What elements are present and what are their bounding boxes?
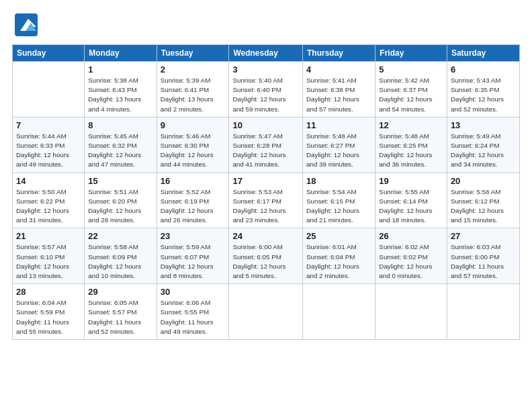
cell-info: Sunrise: 5:59 AM Sunset: 6:07 PM Dayligh…: [161, 242, 226, 281]
weekday-header-thursday: Thursday: [303, 45, 375, 62]
cell-info: Sunrise: 6:03 AM Sunset: 6:00 PM Dayligh…: [451, 242, 516, 281]
cell-info: Sunrise: 5:42 AM Sunset: 6:37 PM Dayligh…: [379, 76, 443, 114]
day-number: 9: [161, 120, 226, 130]
calendar-cell: 14Sunrise: 5:50 AM Sunset: 6:22 PM Dayli…: [13, 173, 85, 228]
cell-info: Sunrise: 5:39 AM Sunset: 6:41 PM Dayligh…: [161, 76, 226, 114]
day-number: 14: [16, 176, 81, 186]
cell-info: Sunrise: 5:55 AM Sunset: 6:14 PM Dayligh…: [379, 187, 443, 226]
calendar-row-0: 1Sunrise: 5:38 AM Sunset: 6:43 PM Daylig…: [13, 62, 520, 118]
calendar-cell: 8Sunrise: 5:45 AM Sunset: 6:32 PM Daylig…: [85, 117, 157, 173]
calendar-cell: 26Sunrise: 6:02 AM Sunset: 6:02 PM Dayli…: [375, 228, 447, 284]
calendar-cell: 18Sunrise: 5:54 AM Sunset: 6:15 PM Dayli…: [303, 173, 375, 228]
cell-info: Sunrise: 5:52 AM Sunset: 6:19 PM Dayligh…: [161, 187, 226, 226]
day-number: 28: [16, 287, 81, 297]
calendar-cell: 22Sunrise: 5:58 AM Sunset: 6:09 PM Dayli…: [85, 228, 157, 284]
calendar-cell: [229, 284, 303, 340]
weekday-header-tuesday: Tuesday: [157, 45, 229, 62]
calendar-cell: 5Sunrise: 5:42 AM Sunset: 6:37 PM Daylig…: [375, 62, 447, 118]
cell-info: Sunrise: 5:48 AM Sunset: 6:27 PM Dayligh…: [306, 132, 371, 170]
calendar-cell: 1Sunrise: 5:38 AM Sunset: 6:43 PM Daylig…: [85, 62, 157, 118]
day-number: 8: [88, 120, 152, 130]
calendar-cell: 4Sunrise: 5:41 AM Sunset: 6:38 PM Daylig…: [303, 62, 375, 118]
day-number: 12: [379, 120, 443, 130]
calendar-cell: 16Sunrise: 5:52 AM Sunset: 6:19 PM Dayli…: [157, 173, 229, 228]
day-number: 10: [232, 120, 299, 130]
cell-info: Sunrise: 6:01 AM Sunset: 6:04 PM Dayligh…: [306, 242, 371, 281]
day-number: 11: [306, 120, 371, 130]
cell-info: Sunrise: 5:53 AM Sunset: 6:17 PM Dayligh…: [232, 187, 299, 226]
cell-info: Sunrise: 6:00 AM Sunset: 6:05 PM Dayligh…: [232, 242, 299, 281]
calendar-cell: 23Sunrise: 5:59 AM Sunset: 6:07 PM Dayli…: [157, 228, 229, 284]
day-number: 17: [232, 176, 299, 186]
calendar-cell: 19Sunrise: 5:55 AM Sunset: 6:14 PM Dayli…: [375, 173, 447, 228]
calendar-row-3: 21Sunrise: 5:57 AM Sunset: 6:10 PM Dayli…: [13, 228, 520, 284]
calendar-cell: 28Sunrise: 6:04 AM Sunset: 5:59 PM Dayli…: [13, 284, 85, 340]
calendar-cell: 2Sunrise: 5:39 AM Sunset: 6:41 PM Daylig…: [157, 62, 229, 118]
calendar-cell: [13, 62, 85, 118]
day-number: 16: [161, 176, 226, 186]
calendar-cell: 3Sunrise: 5:40 AM Sunset: 6:40 PM Daylig…: [229, 62, 303, 118]
day-number: 2: [161, 64, 226, 75]
calendar-cell: 7Sunrise: 5:44 AM Sunset: 6:33 PM Daylig…: [13, 117, 85, 173]
cell-info: Sunrise: 5:58 AM Sunset: 6:09 PM Dayligh…: [88, 242, 152, 281]
calendar-cell: 21Sunrise: 5:57 AM Sunset: 6:10 PM Dayli…: [13, 228, 85, 284]
calendar-cell: 10Sunrise: 5:47 AM Sunset: 6:28 PM Dayli…: [229, 117, 303, 173]
weekday-header-saturday: Saturday: [447, 45, 519, 62]
day-number: 13: [451, 120, 516, 130]
cell-info: Sunrise: 6:04 AM Sunset: 5:59 PM Dayligh…: [16, 298, 81, 336]
calendar-cell: 6Sunrise: 5:43 AM Sunset: 6:35 PM Daylig…: [447, 62, 519, 118]
logo-icon: [13, 12, 39, 38]
cell-info: Sunrise: 5:40 AM Sunset: 6:40 PM Dayligh…: [232, 76, 299, 114]
day-number: 26: [379, 231, 443, 241]
calendar-cell: [447, 284, 519, 340]
calendar-page: SundayMondayTuesdayWednesdayThursdayFrid…: [0, 0, 532, 411]
weekday-header-wednesday: Wednesday: [229, 45, 303, 62]
weekday-header-row: SundayMondayTuesdayWednesdayThursdayFrid…: [13, 45, 520, 62]
calendar-row-4: 28Sunrise: 6:04 AM Sunset: 5:59 PM Dayli…: [13, 284, 520, 340]
day-number: 7: [16, 120, 81, 130]
calendar-row-2: 14Sunrise: 5:50 AM Sunset: 6:22 PM Dayli…: [13, 173, 520, 228]
logo: [12, 12, 43, 38]
day-number: 6: [451, 64, 516, 75]
day-number: 29: [88, 287, 152, 297]
calendar-cell: 24Sunrise: 6:00 AM Sunset: 6:05 PM Dayli…: [229, 228, 303, 284]
calendar-cell: 30Sunrise: 6:06 AM Sunset: 5:55 PM Dayli…: [157, 284, 229, 340]
day-number: 21: [16, 231, 81, 241]
calendar-cell: [375, 284, 447, 340]
cell-info: Sunrise: 5:45 AM Sunset: 6:32 PM Dayligh…: [88, 132, 152, 170]
header: [12, 12, 520, 38]
day-number: 23: [161, 231, 226, 241]
calendar-cell: [303, 284, 375, 340]
day-number: 24: [232, 231, 299, 241]
day-number: 19: [379, 176, 443, 186]
cell-info: Sunrise: 6:05 AM Sunset: 5:57 PM Dayligh…: [88, 298, 152, 336]
day-number: 20: [451, 176, 516, 186]
day-number: 30: [161, 287, 226, 297]
cell-info: Sunrise: 5:38 AM Sunset: 6:43 PM Dayligh…: [88, 76, 152, 114]
weekday-header-sunday: Sunday: [13, 45, 85, 62]
day-number: 22: [88, 231, 152, 241]
cell-info: Sunrise: 5:49 AM Sunset: 6:24 PM Dayligh…: [451, 132, 516, 170]
day-number: 18: [306, 176, 371, 186]
calendar-cell: 15Sunrise: 5:51 AM Sunset: 6:20 PM Dayli…: [85, 173, 157, 228]
calendar-cell: 29Sunrise: 6:05 AM Sunset: 5:57 PM Dayli…: [85, 284, 157, 340]
cell-info: Sunrise: 5:57 AM Sunset: 6:10 PM Dayligh…: [16, 242, 81, 281]
cell-info: Sunrise: 6:02 AM Sunset: 6:02 PM Dayligh…: [379, 242, 443, 281]
cell-info: Sunrise: 5:48 AM Sunset: 6:25 PM Dayligh…: [379, 132, 443, 170]
cell-info: Sunrise: 5:44 AM Sunset: 6:33 PM Dayligh…: [16, 132, 81, 170]
cell-info: Sunrise: 5:51 AM Sunset: 6:20 PM Dayligh…: [88, 187, 152, 226]
day-number: 3: [232, 64, 299, 75]
calendar-cell: 20Sunrise: 5:56 AM Sunset: 6:12 PM Dayli…: [447, 173, 519, 228]
cell-info: Sunrise: 5:56 AM Sunset: 6:12 PM Dayligh…: [451, 187, 516, 226]
weekday-header-friday: Friday: [375, 45, 447, 62]
calendar-cell: 25Sunrise: 6:01 AM Sunset: 6:04 PM Dayli…: [303, 228, 375, 284]
calendar-cell: 12Sunrise: 5:48 AM Sunset: 6:25 PM Dayli…: [375, 117, 447, 173]
calendar-row-1: 7Sunrise: 5:44 AM Sunset: 6:33 PM Daylig…: [13, 117, 520, 173]
cell-info: Sunrise: 5:41 AM Sunset: 6:38 PM Dayligh…: [306, 76, 371, 114]
cell-info: Sunrise: 5:54 AM Sunset: 6:15 PM Dayligh…: [306, 187, 371, 226]
calendar-table: SundayMondayTuesdayWednesdayThursdayFrid…: [12, 44, 520, 340]
day-number: 25: [306, 231, 371, 241]
calendar-cell: 9Sunrise: 5:46 AM Sunset: 6:30 PM Daylig…: [157, 117, 229, 173]
day-number: 5: [379, 64, 443, 75]
calendar-cell: 13Sunrise: 5:49 AM Sunset: 6:24 PM Dayli…: [447, 117, 519, 173]
